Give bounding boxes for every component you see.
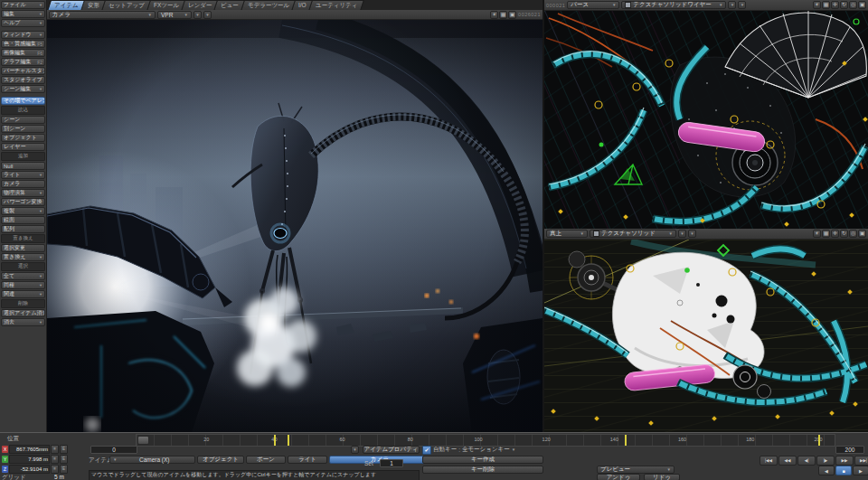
transport-button-2[interactable]: ◀| <box>797 456 816 466</box>
end-frame-field[interactable]: 200 <box>835 446 864 454</box>
current-frame-field[interactable]: 0 <box>90 446 137 454</box>
envelope-button[interactable]: E <box>60 465 68 474</box>
spinner-icon[interactable]: ≡ <box>51 445 59 454</box>
sidebar-item-load-object[interactable]: オブジェクト <box>1 134 45 142</box>
perspective-viewport[interactable] <box>544 11 868 229</box>
timeline-marker[interactable] <box>625 435 627 446</box>
sidebar-item-add-light[interactable]: ライト▼ <box>1 171 45 179</box>
item-properties-button[interactable]: アイテムプロパティ <box>363 446 420 454</box>
viewport-option-button[interactable]: ▼ <box>728 1 736 9</box>
auto-key-mode[interactable]: 全モーションキー <box>462 446 510 454</box>
sidebar-item-delete-clear[interactable]: 消去▼ <box>1 318 45 326</box>
set-value-field[interactable]: 1 <box>380 459 403 467</box>
sidebar-item-select-related[interactable]: 関連▼ <box>1 290 45 298</box>
maximize-icon[interactable]: ▣ <box>508 11 516 19</box>
pan-icon[interactable]: ✛ <box>831 230 839 238</box>
sidebar-item-surface-editor[interactable]: 色・質感編集F5 <box>1 40 45 48</box>
sidebar-item-image-editor[interactable]: 画像編集F6 <box>1 49 45 57</box>
light-icon[interactable]: ☀ <box>813 230 821 238</box>
transport-button-3[interactable]: |▶ <box>816 456 835 466</box>
spinner-icon[interactable]: ≡ <box>51 455 59 464</box>
top-viewport[interactable] <box>544 240 868 432</box>
menu-help[interactable]: ヘルプ▼ <box>1 19 45 27</box>
perspective-shading-dropdown[interactable]: テクスチャソリッドワイヤー ▼ <box>621 1 726 9</box>
sidebar-item-studio-live[interactable]: スタジオライブ <box>1 76 45 84</box>
top-shading-dropdown[interactable]: テクスチャソリッド ▼ <box>590 230 676 238</box>
undo-button[interactable]: アンドゥ <box>597 474 640 480</box>
sidebar-item-parent-in-place[interactable]: その場でペアレント <box>1 97 45 105</box>
playback-button-2[interactable]: ▶ <box>853 466 868 475</box>
perspective-view-mode-dropdown[interactable]: パース ▼ <box>567 1 619 9</box>
sidebar-item-add-convert-powergons[interactable]: パワーゴン変換 <box>1 198 45 206</box>
sidebar-item-add-mirror[interactable]: 鏡面 <box>1 216 45 224</box>
sidebar-item-replace-change-selected[interactable]: 選択変更 <box>1 244 45 252</box>
transport-button-5[interactable]: ▶▶| <box>854 456 868 466</box>
light-icon[interactable]: ☀ <box>813 1 821 9</box>
zoom-icon[interactable]: ◎ <box>849 230 857 238</box>
axis-value-field[interactable]: 867.7605mm <box>9 445 50 454</box>
main-shading-dropdown[interactable]: VPR ▼ <box>157 11 192 19</box>
sidebar-item-add-null[interactable]: Null <box>1 162 45 170</box>
maximize-icon[interactable]: ▣ <box>858 1 866 9</box>
playback-button-0[interactable]: ◀ <box>818 466 835 475</box>
envelope-button[interactable]: E <box>60 455 68 464</box>
type-button-objects[interactable]: オブジェクト <box>197 456 244 464</box>
rotate-icon[interactable]: ↻ <box>840 1 848 9</box>
timeline-ruler[interactable]: 20406080100120140160180200 <box>136 434 835 447</box>
sidebar-item-window[interactable]: ウィンドウ▼ <box>1 31 45 39</box>
viewport-option-button[interactable]: ▼ <box>688 230 696 238</box>
sidebar-item-load-from-scene[interactable]: 別シーン <box>1 125 45 133</box>
sidebar-item-select-all[interactable]: 全て▼ <box>1 272 45 280</box>
light-icon[interactable]: ☀ <box>490 11 498 19</box>
sidebar-item-scene-editor[interactable]: シーン編集▼ <box>1 85 45 93</box>
sidebar-item-add-array[interactable]: 配列 <box>1 225 45 233</box>
sidebar-item-select-same-type[interactable]: 同種▼ <box>1 281 45 289</box>
sidebar-item-graph-editor[interactable]: グラフ編集F2 <box>1 58 45 66</box>
redo-button[interactable]: リドゥ <box>644 474 680 480</box>
main-view-mode-dropdown[interactable]: カメラ ▼ <box>49 11 156 19</box>
type-button-lights[interactable]: ライト <box>288 456 327 464</box>
menu-file[interactable]: ファイル▼ <box>1 1 45 9</box>
timeline-handle[interactable] <box>137 436 149 445</box>
top-view-mode-dropdown[interactable]: 真上 ▼ <box>546 230 588 238</box>
sidebar-item-add-clone[interactable]: 複製▼ <box>1 207 45 215</box>
grid-icon[interactable]: ▦ <box>822 1 830 9</box>
envelope-button[interactable]: E <box>60 445 68 454</box>
spinner-icon[interactable]: ≡ <box>51 465 59 474</box>
sidebar-item-virtual-studio[interactable]: バーチャルスタジオ▼ <box>1 67 45 75</box>
type-button-bones[interactable]: ボーン <box>246 456 286 464</box>
transport-button-4[interactable]: ▶▶ <box>835 456 854 466</box>
rotate-icon[interactable]: ↻ <box>840 230 848 238</box>
sidebar-item-delete-clear-selected[interactable]: 選択アイテム消去 <box>1 309 45 317</box>
axis-value-field[interactable]: 7.998 m <box>9 455 50 464</box>
zoom-icon[interactable]: ◎ <box>849 1 857 9</box>
sidebar-item-add-camera[interactable]: カメラ <box>1 180 45 188</box>
transport-button-0[interactable]: |◀◀ <box>760 456 778 466</box>
grid-icon[interactable]: ▦ <box>499 11 507 19</box>
sidebar-item-load-scene[interactable]: シーン <box>1 116 45 124</box>
viewport-option-button[interactable]: ▼ <box>193 11 202 19</box>
viewport-option-button[interactable]: ▼ <box>203 11 212 19</box>
create-key-button[interactable]: キー作成 <box>422 456 543 464</box>
position-mode-label[interactable]: 位置 <box>7 435 47 443</box>
viewport-option-button[interactable]: ▼ <box>678 230 686 238</box>
current-item-dropdown[interactable]: ▼ Camera (X) <box>109 456 195 464</box>
maximize-icon[interactable]: ▣ <box>858 230 866 238</box>
viewport-option-button[interactable]: ▼ <box>738 1 746 9</box>
sidebar-item-load-layer[interactable]: レイヤー <box>1 143 45 151</box>
delete-key-button[interactable]: キー削除 <box>422 466 543 474</box>
pan-icon[interactable]: ✛ <box>831 1 839 9</box>
timeline-marker[interactable] <box>818 435 820 446</box>
camera-viewport[interactable] <box>47 20 542 432</box>
sidebar-item-add-dynamics[interactable]: 物理演算▼ <box>1 189 45 197</box>
sidebar-item-replace-replace-with[interactable]: 置き換え▼ <box>1 253 45 261</box>
grid-icon[interactable]: ▦ <box>822 230 830 238</box>
item-list-dropdown[interactable]: ▼ <box>351 446 359 454</box>
transport-button-1[interactable]: ◀◀ <box>778 456 797 466</box>
timeline-marker[interactable] <box>274 435 276 446</box>
menu-edit[interactable]: 編集▼ <box>1 10 45 18</box>
auto-key-checkbox[interactable]: ✔ <box>422 446 431 455</box>
axis-value-field[interactable]: -52.9104 m <box>9 465 50 474</box>
timeline-marker[interactable] <box>288 435 289 446</box>
preview-dropdown[interactable]: プレビュー ▼ <box>597 466 675 474</box>
